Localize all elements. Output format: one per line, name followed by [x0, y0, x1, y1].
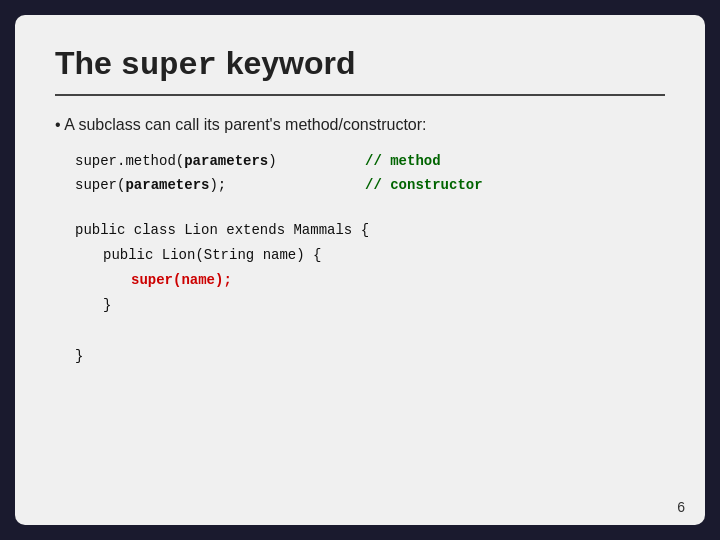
title-suffix: keyword	[217, 45, 356, 81]
syntax-line-2: super(parameters); // constructor	[75, 174, 665, 198]
title-code: super	[121, 47, 217, 84]
syntax-comment-1: // method	[365, 150, 441, 174]
slide-title: The super keyword	[55, 45, 665, 84]
syntax-examples: super.method(parameters) // method super…	[75, 150, 665, 198]
title-prefix: The	[55, 45, 121, 81]
slide-number: 6	[677, 499, 685, 515]
code-line-3: super(name);	[131, 268, 665, 293]
syntax-code-1: super.method(parameters)	[75, 150, 335, 174]
code-line-1: public class Lion extends Mammals {	[75, 218, 665, 243]
code-example: public class Lion extends Mammals { publ…	[75, 218, 665, 369]
syntax-comment-2: // constructor	[365, 174, 483, 198]
code-line-5	[75, 318, 665, 343]
title-divider	[55, 94, 665, 96]
syntax-line-1: super.method(parameters) // method	[75, 150, 665, 174]
code-line-6: }	[75, 344, 665, 369]
syntax-code-2: super(parameters);	[75, 174, 335, 198]
slide: The super keyword • A subclass can call …	[15, 15, 705, 525]
bullet-text: • A subclass can call its parent's metho…	[55, 116, 665, 134]
code-line-4: }	[103, 293, 665, 318]
code-line-2: public Lion(String name) {	[103, 243, 665, 268]
